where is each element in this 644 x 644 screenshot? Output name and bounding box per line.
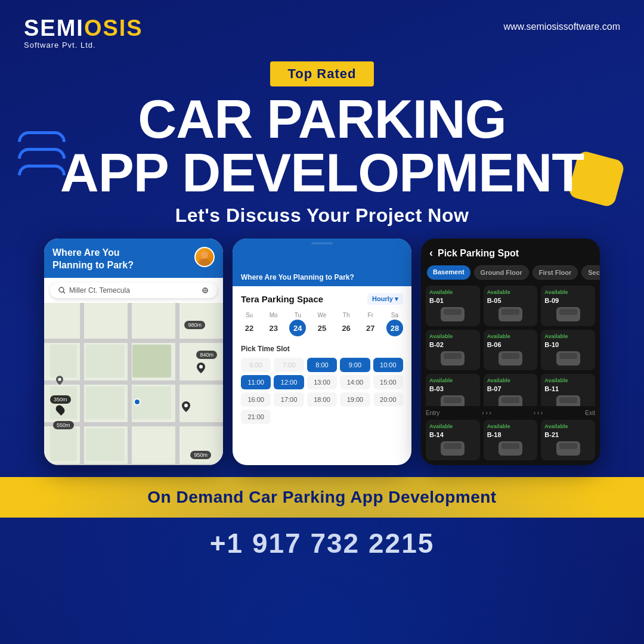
time-slot-1300[interactable]: 13:00 [307,375,337,389]
logo-subtitle: Software Pvt. Ltd. [24,41,143,49]
map-block-2 [86,345,125,377]
spot-b07[interactable]: Available B-07 [484,374,538,406]
time-slot-600[interactable]: 6:00 [241,358,271,372]
car-icon-b06 [499,351,522,366]
time-slot-2100[interactable]: 21:00 [241,410,271,424]
map-area[interactable]: 980m 350m 840m 550m 950m [44,303,223,465]
map-pin-1 [197,363,205,376]
svg-point-9 [58,378,61,381]
search-text: Miller Ct. Temecula [69,286,130,295]
entry-exit-row: Entry › › › › › › Exit [421,406,600,420]
car-icon-b09 [556,307,580,321]
cal-day-mo[interactable]: Mo 23 [265,312,282,336]
floor-tabs: Basement Ground Floor First Floor Secon [421,265,600,286]
screen2-body: Tera Parking Space Hourly ▾ Su 22 Mo 23 [233,286,411,465]
screen1-header-text: Where Are You Planning to Park? [52,247,134,272]
car-icon-b02 [441,351,465,366]
time-slot-2000[interactable]: 20:00 [373,392,403,407]
time-slot-1700[interactable]: 17:00 [274,392,304,407]
car-icon-b14 [441,441,465,456]
hero-subtitle: Let's Discuss Your Project Now [24,205,620,227]
road-v2 [128,303,132,465]
screen1-header: Where Are You Planning to Park? [44,239,223,278]
cal-day-we[interactable]: We 25 [314,312,330,336]
spot-b03[interactable]: Available B-03 [426,374,480,406]
screen2-booking-mockup: Where Are You Planning to Park? Tera Par… [233,239,411,465]
top-rated-badge: Top Rated [270,61,374,86]
main-title-area: CAR PARKING APP DEVELOPMENT Let's Discus… [0,92,644,227]
logo-area: SEMIOSIS Software Pvt. Ltd. [24,17,143,49]
hourly-text: Hourly [372,295,393,302]
spot-b21[interactable]: Available B-21 [541,420,595,460]
map-block-1 [50,345,77,377]
logo-part2: OSIS [84,16,143,41]
spot-b11[interactable]: Available B-11 [541,374,595,406]
floor-tab-basement[interactable]: Basement [427,265,470,280]
floor-tab-first[interactable]: First Floor [532,265,578,280]
map-block-7 [86,428,125,461]
time-slot-1400[interactable]: 14:00 [340,375,370,389]
screen1-search-bar[interactable]: Miller Ct. Temecula [50,283,217,298]
screen2-header-text: Where Are You Planning to Park? [241,273,354,281]
map-pin-3 [56,376,63,388]
logo-part1: SEMI [24,16,84,41]
spot-b10[interactable]: Available B-10 [541,330,595,370]
time-slot-1100[interactable]: 11:00 [241,375,271,389]
spot-b06[interactable]: Available B-06 [484,330,538,370]
user-avatar [194,247,215,267]
car-icon-b21 [556,441,580,456]
distance-label-3: 840m [196,351,217,359]
distance-label-2: 350m [50,395,71,414]
floor-tab-ground[interactable]: Ground Floor [474,265,529,280]
time-slot-1200[interactable]: 12:00 [274,375,304,389]
spot-b14[interactable]: Available B-14 [426,420,480,460]
booking-title: Tera Parking Space [241,294,323,304]
car-icon-b01 [441,307,465,321]
svg-point-0 [201,251,208,258]
car-icon-b07 [499,395,522,406]
screen3-title: Pick Parking Spot [438,248,519,259]
spot-b01[interactable]: Available B-01 [426,286,480,326]
website-url[interactable]: www.semiosissoftware.com [503,21,620,32]
screen1-title-line2: Planning to Park? [52,259,134,272]
cal-day-th[interactable]: Th 26 [338,312,355,336]
time-slot-800[interactable]: 8:00 [307,358,337,372]
phone-number-area: +1 917 732 2215 [0,518,644,574]
time-slot-700[interactable]: 7:00 [274,358,304,372]
map-block-6 [50,428,77,461]
cal-day-sa[interactable]: Sa 28 [386,312,403,336]
spot-b09[interactable]: Available B-09 [541,286,595,326]
bottom-spots-grid: Available B-14 Available B-18 Available … [421,420,600,465]
top-rated-wrapper: Top Rated [0,61,644,86]
cal-day-fr[interactable]: Fr 27 [362,312,379,336]
entry-label: Entry [426,410,439,416]
spot-b05[interactable]: Available B-05 [484,286,538,326]
spot-b18[interactable]: Available B-18 [484,420,538,460]
time-slot-1900[interactable]: 19:00 [340,392,370,407]
page-wrapper: SEMIOSIS Software Pvt. Ltd. www.semiosis… [0,0,644,644]
time-slot-1600[interactable]: 16:00 [241,392,271,407]
screen1-title-line1: Where Are You [52,247,134,259]
calendar-row[interactable]: Su 22 Mo 23 Tu 24 We 25 [241,312,403,336]
time-slot-1800[interactable]: 18:00 [307,392,337,407]
time-slot-label: Pick Time Slot [241,345,403,353]
main-title-line1: CAR PARKING [24,92,620,146]
floor-tab-second[interactable]: Secon [581,265,600,280]
spot-b01-status: Available [429,289,453,295]
car-icon-b18 [499,441,522,456]
time-slot-900[interactable]: 9:00 [340,358,370,372]
distance-label-4: 550m [53,421,74,429]
phone-number[interactable]: +1 917 732 2215 [0,527,644,559]
time-slot-1000[interactable]: 10:00 [373,358,403,372]
back-arrow-icon[interactable]: ‹ [429,247,433,259]
time-slot-1500[interactable]: 15:00 [373,375,403,389]
car-icon-b03 [441,395,465,406]
spot-b02[interactable]: Available B-02 [426,330,480,370]
car-icon-b11 [556,395,580,406]
svg-line-3 [63,292,65,293]
screen3-header: ‹ Pick Parking Spot [421,239,600,265]
spot-b11-status: Available [544,377,568,383]
screen2-top: Where Are You Planning to Park? [233,239,411,286]
cal-day-su[interactable]: Su 22 [241,312,258,336]
cal-day-tu[interactable]: Tu 24 [289,312,306,336]
